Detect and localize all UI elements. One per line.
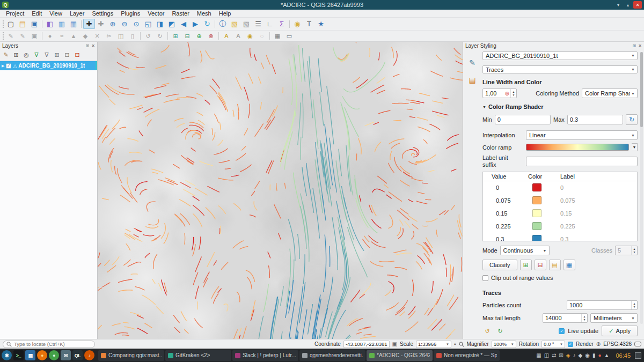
clip-out-of-range-checkbox[interactable] (482, 275, 488, 281)
toolbar-icon[interactable]: ↻ (154, 32, 166, 41)
layers-tree[interactable]: ▶ ✓ △ ADCIRC_BG_20190910_1t (0, 61, 97, 339)
toolbar-icon[interactable]: A (221, 32, 232, 41)
layers-toolbar-icon[interactable]: ◎ (21, 51, 31, 60)
toolbar-icon[interactable] (40, 32, 44, 41)
toolbar-icon[interactable]: ⊞ (170, 32, 181, 41)
color-map-row[interactable]: 0.3 0.3 (483, 233, 637, 241)
messages-icon[interactable] (634, 342, 641, 346)
toolbar-icon[interactable]: ▥ (56, 19, 68, 29)
style-undo-icon[interactable]: ↺ (482, 327, 492, 335)
reload-min-max-icon[interactable]: ↻ (626, 114, 638, 125)
toolbar-icon[interactable]: ⊕ (107, 19, 119, 29)
crs-value[interactable]: EPSG:4326 (603, 341, 632, 347)
menu-item[interactable]: Layer (66, 10, 89, 17)
toolbar-icon[interactable]: ◌ (256, 32, 268, 41)
extents-icon[interactable]: ▣ (392, 341, 397, 347)
rotation-spin[interactable]: 0.0 °▼ (541, 341, 565, 348)
scrollbar-thumb[interactable] (640, 52, 643, 127)
layers-toolbar-icon[interactable]: ⊞ (52, 51, 62, 60)
toolbar-icon[interactable]: ⊟ (181, 32, 193, 41)
color-map-table[interactable]: Value Color Label 0 0 (482, 172, 638, 241)
mode-selector[interactable]: Continuous▼ (500, 246, 550, 255)
remove-value-icon[interactable]: ⊟ (535, 260, 546, 270)
toolbar-icon[interactable]: ▢ (5, 19, 17, 29)
toolbar-icon[interactable]: ▦ (68, 19, 79, 29)
color-ramp-menu-icon[interactable]: ▼ (632, 143, 638, 151)
clear-icon[interactable]: ⊗ (504, 91, 510, 97)
scale-lock-icon[interactable]: ▪ (454, 341, 456, 347)
toolbar-icon[interactable]: ↻ (201, 19, 213, 29)
color-map-row[interactable]: 0.225 0.225 (483, 220, 637, 233)
classes-spin[interactable]: 5 ▲▼ (615, 246, 638, 255)
toolbar-icon[interactable]: ▧ (240, 19, 252, 29)
menu-item[interactable]: Project (2, 10, 28, 17)
tray-icon[interactable]: ◫ (544, 352, 549, 358)
crs-icon[interactable]: ⊕ (596, 341, 601, 347)
task-button[interactable]: Non enregistré * — Sp... (434, 350, 500, 361)
toolbar-icon[interactable] (288, 19, 291, 29)
tray-icon[interactable]: ▦ (536, 352, 541, 358)
toolbar-icon[interactable]: ◩ (166, 19, 178, 29)
toolbar-icon[interactable]: ⊙ (130, 19, 142, 29)
toolbar-icon[interactable]: ⊖ (119, 19, 130, 29)
taskbar-app-icon[interactable]: ♪ (84, 350, 94, 360)
taskbar-app-icon[interactable]: >_ (13, 350, 24, 360)
layers-toolbar-icon[interactable]: ⊟ (72, 51, 82, 60)
scale-selector[interactable]: 1:33966▼ (416, 341, 451, 348)
tray-icon[interactable]: ▮ (592, 352, 596, 358)
live-update-checkbox[interactable] (559, 328, 565, 334)
toolbar-icon[interactable]: ✂ (103, 32, 115, 41)
toolbar-icon[interactable]: ▯ (127, 32, 138, 41)
task-button[interactable]: Slack | ! peterp | Lutr... (232, 350, 298, 361)
close-icon[interactable]: ✕ (633, 1, 642, 9)
undock-icon[interactable]: ⊞ (633, 43, 636, 48)
line-width-spin[interactable]: 1,00 ⊗ ▲▼ (482, 88, 517, 98)
label-unit-suffix-input[interactable] (526, 157, 638, 166)
expand-arrow-icon[interactable]: ▶ (2, 64, 4, 68)
color-map-row[interactable]: 0 0 (483, 181, 637, 194)
classify-button[interactable]: Classify (482, 260, 517, 270)
toolbar-icon[interactable]: ∟ (264, 19, 276, 29)
toolbar-icon[interactable]: ◱ (142, 19, 154, 29)
layers-toolbar-icon[interactable]: ∇ (42, 51, 52, 60)
tray-icon[interactable]: ◆ (579, 352, 583, 358)
toolbar-icon[interactable] (138, 32, 142, 41)
map-view[interactable] (98, 42, 463, 339)
menu-item[interactable]: Raster (168, 10, 193, 17)
toolbar-icon[interactable]: T (303, 19, 315, 29)
toolbar-icon[interactable] (1, 19, 5, 29)
menu-item[interactable]: Edit (28, 10, 46, 17)
toolbar-icon[interactable]: ✚ (83, 19, 95, 29)
toolbar-icon[interactable]: ▤ (17, 19, 28, 29)
tray-icon[interactable]: ◉ (585, 352, 590, 358)
toolbar-icon[interactable]: ▦ (272, 32, 283, 41)
tray-icon[interactable]: ♪ (573, 352, 576, 358)
virtual-desktop-pager[interactable] (635, 352, 641, 359)
style-redo-icon[interactable]: ↻ (495, 327, 505, 335)
layer-item[interactable]: ▶ ✓ △ ADCIRC_BG_20190910_1t (0, 61, 97, 70)
close-icon[interactable]: ✕ (91, 43, 95, 48)
tray-icon[interactable]: ⇄ (552, 352, 556, 358)
taskbar-app-icon[interactable]: ✉ (61, 350, 71, 360)
toolbar-icon[interactable]: ▧ (229, 19, 240, 29)
layer-visibility-checkbox[interactable]: ✓ (6, 63, 11, 69)
toolbar-icon[interactable]: ✚ (95, 19, 107, 29)
color-ramp-shader-section-header[interactable]: ▼ Color Ramp Shader (482, 104, 638, 110)
toolbar-icon[interactable]: ▶ (189, 19, 201, 29)
layers-toolbar-icon[interactable]: ∇ (32, 51, 41, 60)
locate-input[interactable] (14, 341, 91, 347)
toolbar-icon[interactable]: A (232, 32, 244, 41)
tray-icon[interactable]: ▲ (604, 352, 610, 358)
toolbar-icon[interactable] (40, 19, 44, 29)
color-map-row[interactable]: 0.075 0.075 (483, 194, 637, 207)
tail-unit-selector[interactable]: Millimeters▼ (590, 313, 638, 323)
taskbar-app-icon[interactable]: ● (37, 350, 47, 360)
maximize-icon[interactable]: ▴ (624, 1, 632, 9)
toolbar-icon[interactable]: ● (44, 32, 56, 41)
toolbar-icon[interactable]: ⊗ (205, 32, 217, 41)
toolbar-icon[interactable] (217, 32, 221, 41)
task-button[interactable]: qgsmeshrenderersetti... (299, 350, 365, 361)
symbology-tab-icon[interactable]: ✎ (467, 57, 478, 68)
toolbar-icon[interactable]: ✎ (5, 32, 17, 41)
toolbar-icon[interactable] (268, 32, 272, 41)
